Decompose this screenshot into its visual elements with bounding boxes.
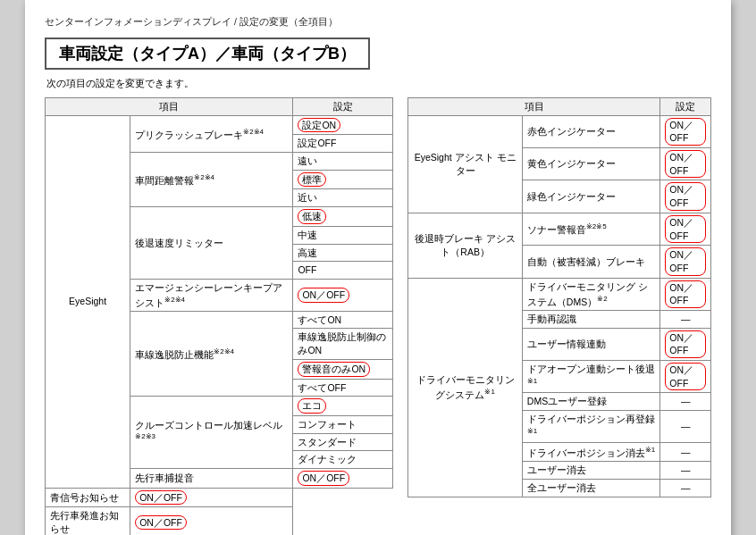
red-indicator-setting: ON／OFF [660, 115, 711, 147]
user-info-setting: ON／OFF [660, 328, 711, 360]
table-row: 後退時ブレーキ アシスト（RAB） ソナー警報音※2※5 ON／OFF [408, 213, 711, 245]
sonar-label: ソナー警報音※2※5 [522, 213, 660, 245]
yellow-indicator-setting: ON／OFF [660, 148, 711, 180]
reverse-setting-2: 中速 [293, 226, 393, 244]
driver-pos-del-label: ドライバーポジション消去※1 [522, 442, 660, 461]
reverse-limiter-label: 後退速度リミッター [130, 207, 293, 280]
preceding-start-label: 先行車発進お知らせ [46, 507, 130, 535]
right-section: 項目 設定 EyeSight アシスト モニター 赤色インジケーター ON／OF… [407, 97, 711, 497]
driver-pos-del-setting: — [660, 442, 711, 461]
right-table: 項目 設定 EyeSight アシスト モニター 赤色インジケーター ON／OF… [407, 97, 711, 497]
lane-setting-4: すべてOFF [293, 379, 393, 397]
dms-register-label: DMSユーザー登録 [522, 393, 660, 411]
manual-recog-label: 手動再認識 [522, 310, 660, 328]
left-col2: 設定 [293, 98, 393, 116]
lane-setting-2: 車線逸脱防止制御のみON [293, 329, 393, 359]
eyesight-group-label: EyeSight [46, 115, 130, 488]
preceding-start-setting: ON／OFF [130, 507, 293, 535]
all-user-del-setting: — [660, 479, 711, 497]
user-info-label: ユーザー情報連動 [522, 328, 660, 360]
lane-departure-label: 車線逸脱防止機能※2※4 [130, 311, 293, 396]
left-table: 項目 設定 EyeSight プリクラッシュブレーキ※2※4 設定ON 設定OF… [45, 97, 393, 535]
table-row: 青信号お知らせ ON／OFF [46, 488, 393, 507]
green-indicator-label: 緑色インジケーター [522, 180, 660, 213]
lane-setting-1: すべてON [293, 311, 393, 329]
dms-register-setting: — [660, 393, 711, 411]
table-row: EyeSight プリクラッシュブレーキ※2※4 設定ON [46, 115, 393, 135]
table-row: 先行車発進お知らせ ON／OFF [46, 507, 393, 535]
emergency-setting: ON／OFF [293, 279, 393, 311]
left-section: 項目 設定 EyeSight プリクラッシュブレーキ※2※4 設定ON 設定OF… [45, 97, 393, 535]
main-title: 車両設定（タイプA）／車両（タイプB） [45, 38, 370, 70]
distance-setting-2: 標準 [293, 170, 393, 189]
table-row: EyeSight アシスト モニター 赤色インジケーター ON／OFF [408, 115, 711, 147]
reverse-setting-3: 高速 [293, 244, 393, 262]
right-col2: 設定 [660, 98, 711, 116]
red-indicator-label: 赤色インジケーター [522, 115, 660, 147]
precollision-label: プリクラッシュブレーキ※2※4 [130, 115, 293, 152]
driver-pos-rereg-label: ドライバーポジション再登録※1 [522, 411, 660, 443]
distance-setting-3: 近い [293, 189, 393, 207]
manual-recog-setting: — [660, 310, 711, 328]
green-indicator-setting: ON／OFF [660, 180, 711, 213]
right-col1: 項目 [408, 98, 660, 116]
driver-pos-rereg-setting: — [660, 411, 711, 443]
preceding-car-label: 先行車捕捉音 [130, 468, 293, 488]
auto-brake-setting: ON／OFF [660, 246, 711, 278]
reverse-setting-4: OFF [293, 262, 393, 280]
dms-system-setting: ON／OFF [660, 278, 711, 310]
reverse-setting-1: 低速 [293, 207, 393, 227]
precollision-setting-2: 設定OFF [293, 135, 393, 153]
distance-label: 車間距離警報※2※4 [130, 153, 293, 207]
left-col1: 項目 [46, 98, 293, 116]
green-light-label: 青信号お知らせ [46, 488, 130, 507]
preceding-car-setting: ON／OFF [293, 468, 393, 488]
driver-monitoring-group: ドライバーモニタリングシステム※1 [408, 278, 522, 497]
auto-brake-label: 自動（被害軽減）ブレーキ [522, 246, 660, 278]
user-del-label: ユーザー消去 [522, 462, 660, 480]
cruise-setting-4: ダイナミック [293, 451, 393, 469]
all-user-del-label: 全ユーザー消去 [522, 479, 660, 497]
emergency-label: エマージェンシーレーンキープアシスト※2※4 [130, 279, 293, 311]
eyesight-assist-group: EyeSight アシスト モニター [408, 115, 522, 213]
door-open-setting: ON／OFF [660, 361, 711, 393]
table-row: ドライバーモニタリングシステム※1 ドライバーモニタリング システム（DMS）※… [408, 278, 711, 310]
dms-system-label: ドライバーモニタリング システム（DMS）※2 [522, 278, 660, 310]
sonar-setting: ON／OFF [660, 213, 711, 245]
cruise-setting-2: コンフォート [293, 415, 393, 433]
green-light-setting: ON／OFF [130, 488, 293, 507]
user-del-setting: — [660, 462, 711, 480]
content-area: 項目 設定 EyeSight プリクラッシュブレーキ※2※4 設定ON 設定OF… [45, 97, 711, 535]
reverse-brake-group: 後退時ブレーキ アシスト（RAB） [408, 213, 522, 278]
lane-setting-3: 警報音のみON [293, 359, 393, 379]
cruise-setting-3: スタンダード [293, 433, 393, 451]
cruise-label: クルーズコントロール加速レベル※2※3 [130, 397, 293, 469]
distance-setting-1: 遠い [293, 153, 393, 171]
page: センターインフォメーションディスプレイ / 設定の変更（全項目） 車両設定（タイ… [25, 0, 731, 535]
cruise-setting-1: エコ [293, 397, 393, 416]
precollision-setting-1: 設定ON [293, 115, 393, 135]
door-open-label: ドアオープン連動シート後退※1 [522, 361, 660, 393]
page-header: センターインフォメーションディスプレイ / 設定の変更（全項目） [45, 16, 711, 29]
yellow-indicator-label: 黄色インジケーター [522, 148, 660, 180]
subtitle: 次の項目の設定を変更できます。 [46, 77, 711, 90]
